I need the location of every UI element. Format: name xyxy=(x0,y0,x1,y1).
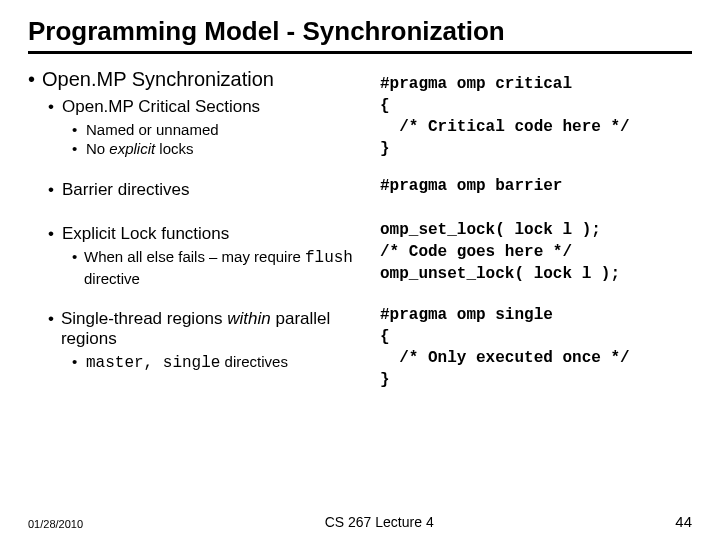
footer-date: 01/28/2010 xyxy=(28,518,83,530)
code-block-lock: omp_set_lock( lock l ); /* Code goes her… xyxy=(380,220,692,285)
bullet-mark: • xyxy=(28,68,42,91)
row-right: #pragma omp barrier xyxy=(380,176,692,204)
bullet-mark: • xyxy=(48,309,61,329)
bullet-l3: • No explicit locks xyxy=(72,140,366,157)
row-right: omp_set_lock( lock l ); /* Code goes her… xyxy=(380,220,692,289)
bullet-text: Barrier directives xyxy=(62,180,190,200)
text-frag: directives xyxy=(220,353,288,370)
slide: Programming Model - Synchronization • Op… xyxy=(0,0,720,399)
footer: 01/28/2010 CS 267 Lecture 4 44 xyxy=(0,513,720,530)
bullet-l2: • Single-thread regions within parallel … xyxy=(48,309,366,349)
bullet-mark: • xyxy=(72,248,84,265)
text-frag: When all else fails – may require xyxy=(84,248,305,265)
text-frag: No xyxy=(86,140,109,157)
slide-title: Programming Model - Synchronization xyxy=(28,16,692,54)
text-frag: directive xyxy=(84,270,140,287)
bullet-l2: • Open.MP Critical Sections xyxy=(48,97,366,117)
text-code-inline: master, single xyxy=(86,354,220,372)
text-italic: explicit xyxy=(109,140,155,157)
row-lock: • Explicit Lock functions • When all els… xyxy=(28,220,692,289)
bullet-text: Open.MP Synchronization xyxy=(42,68,274,91)
code-block-barrier: #pragma omp barrier xyxy=(380,176,692,198)
code-block-single: #pragma omp single { /* Only executed on… xyxy=(380,305,692,391)
footer-page-number: 44 xyxy=(675,513,692,530)
row-right: #pragma omp single { /* Only executed on… xyxy=(380,305,692,391)
bullet-mark: • xyxy=(72,353,86,370)
bullet-text: When all else fails – may require flush … xyxy=(84,248,366,287)
bullet-mark: • xyxy=(48,97,62,117)
bullet-text: Open.MP Critical Sections xyxy=(62,97,260,117)
bullet-l3: • Named or unnamed xyxy=(72,121,366,138)
bullet-text: Named or unnamed xyxy=(86,121,219,138)
text-code-inline: flush xyxy=(305,249,353,267)
row-barrier: • Barrier directives #pragma omp barrier xyxy=(28,176,692,204)
bullet-mark: • xyxy=(48,180,62,200)
code-block-critical: #pragma omp critical { /* Critical code … xyxy=(380,74,692,160)
content-columns: • Open.MP Synchronization • Open.MP Crit… xyxy=(28,68,692,160)
row-left: • Single-thread regions within parallel … xyxy=(28,305,366,391)
bullet-l2: • Explicit Lock functions xyxy=(48,224,366,244)
bullet-text: Explicit Lock functions xyxy=(62,224,229,244)
bullet-mark: • xyxy=(72,121,86,138)
text-italic: within xyxy=(227,309,270,328)
bullet-text: master, single directives xyxy=(86,353,288,375)
bullet-text: Single-thread regions within parallel re… xyxy=(61,309,366,349)
bullet-l2: • Barrier directives xyxy=(48,180,366,200)
footer-center: CS 267 Lecture 4 xyxy=(83,514,675,530)
bullet-text: No explicit locks xyxy=(86,140,194,157)
bullet-mark: • xyxy=(48,224,62,244)
bullet-mark: • xyxy=(72,140,86,157)
row-left: • Explicit Lock functions • When all els… xyxy=(28,220,366,289)
bullet-l3: • master, single directives xyxy=(72,353,366,375)
text-frag: Single-thread regions xyxy=(61,309,227,328)
right-column: #pragma omp critical { /* Critical code … xyxy=(380,68,692,160)
row-left: • Barrier directives xyxy=(28,176,366,204)
left-column: • Open.MP Synchronization • Open.MP Crit… xyxy=(28,68,366,160)
bullet-l1: • Open.MP Synchronization xyxy=(28,68,366,91)
bullet-l3: • When all else fails – may require flus… xyxy=(72,248,366,287)
text-frag: locks xyxy=(155,140,193,157)
row-single: • Single-thread regions within parallel … xyxy=(28,305,692,391)
